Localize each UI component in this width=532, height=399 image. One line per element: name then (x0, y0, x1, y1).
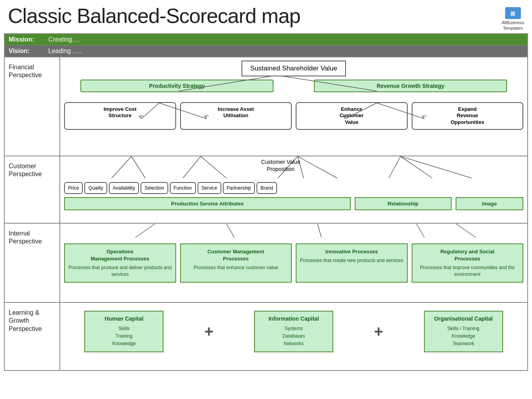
learning-perspective-row: Learning & Growth Perspective Human Capi… (5, 303, 527, 370)
price-box: Price (64, 182, 83, 194)
scorecard-container: Mission: Creating…. Vision: Leading ….. … (4, 33, 528, 371)
svg-line-16 (135, 224, 155, 238)
mission-value: Creating…. (48, 36, 80, 43)
human-capital-title: Human Capital (91, 315, 157, 322)
plus-sign-2: + (374, 323, 383, 340)
image-bar: Image (456, 197, 523, 210)
logo-text: AllBusinessTemplates (502, 20, 524, 31)
cust-title: Customer Management Processes (184, 248, 288, 262)
cust-desc: Processes that enhance customer value (184, 264, 288, 271)
strategy-headers-row: Productivity Strategy Revenue Growth Str… (64, 80, 523, 98)
internal-label: Internal Perspective (5, 224, 60, 302)
info-items: SystemsDatabasesNetworks (261, 325, 327, 348)
cvp-label: Customer Value Proposition (261, 158, 300, 173)
org-items: Skills / TrainingKnowledgeTeamwork (431, 325, 496, 348)
reg-box: Regulatory and Social Processes Processe… (412, 243, 524, 283)
svg-line-15 (401, 156, 472, 178)
brand-box: Brand (256, 182, 277, 194)
customer-perspective-row: Customer Perspective (5, 156, 527, 224)
shareholder-box: Sustained Shareholder Value (241, 61, 346, 76)
logo: AllBusinessTemplates (502, 7, 524, 31)
customer-content: Customer Value Proposition Price Quality… (60, 156, 527, 223)
reg-desc: Processes that improve communities and t… (416, 264, 520, 278)
expand-revenue-box: Expand Revenue Opportunities (412, 102, 524, 130)
process-boxes-row: Operations Management Processes Processe… (64, 239, 523, 287)
internal-content: Operations Management Processes Processe… (60, 224, 527, 302)
ops-desc: Processes that produce and deliver produ… (68, 264, 172, 278)
org-capital-title: Organisational Capital (431, 315, 496, 322)
svg-line-6 (112, 156, 131, 178)
mission-label: Mission: (9, 36, 40, 43)
innov-box: Innovative Processes Processes that crea… (296, 243, 408, 283)
financial-label: Financial Perspective (5, 57, 60, 156)
human-capital-box: Human Capital SkillsTrainingKnowledge (84, 311, 163, 353)
function-box: Function (170, 182, 196, 194)
internal-perspective-row: Internal Perspective Operations Manageme… (5, 224, 527, 303)
svg-line-18 (317, 224, 321, 238)
customer-label: Customer Perspective (5, 156, 60, 223)
bottom-bars-row: Production Service Attributes Relationsh… (64, 197, 523, 210)
learning-label: Learning & Growth Perspective (5, 303, 60, 370)
mission-row: Mission: Creating…. (5, 34, 527, 46)
info-capital-title: Information Capital (261, 315, 327, 322)
svg-line-19 (416, 224, 424, 238)
financial-perspective-row: Financial Perspective (5, 57, 527, 156)
svg-line-20 (456, 224, 476, 238)
page-header: Classic Balanced-Scorecard map AllBusine… (0, 0, 532, 33)
vision-value: Leading ….. (48, 48, 82, 55)
svg-line-7 (131, 156, 145, 178)
innov-desc: Processes that create new products and s… (300, 257, 404, 264)
capital-row: Human Capital SkillsTrainingKnowledge + … (64, 307, 523, 357)
org-capital-box: Organisational Capital Skills / Training… (424, 311, 503, 353)
reg-title: Regulatory and Social Processes (416, 248, 520, 262)
cust-mgmt-box: Customer Management Processes Processes … (180, 243, 292, 283)
increase-asset-box: Increase Asset Utilisation (180, 102, 292, 130)
page-title: Classic Balanced-Scorecard map (8, 4, 300, 28)
sub-strategy-row: Improve Cost Structure Increase Asset Ut… (64, 102, 523, 130)
svg-line-17 (226, 224, 234, 238)
revenue-strategy-box: Revenue Growth Strategy (314, 80, 507, 92)
ops-management-box: Operations Management Processes Processe… (64, 243, 176, 283)
production-service-bar: Production Service Attributes (64, 197, 351, 210)
service-box: Service (198, 182, 221, 194)
vision-row: Vision: Leading ….. (5, 46, 527, 57)
improve-cost-box: Improve Cost Structure (64, 102, 176, 130)
attributes-row: Price Quality Availability Selection Fun… (64, 182, 523, 194)
info-capital-box: Information Capital SystemsDatabasesNetw… (254, 311, 333, 353)
svg-line-12 (298, 156, 337, 178)
relationship-bar: Relationship (355, 197, 452, 210)
svg-line-13 (389, 156, 401, 178)
svg-line-9 (201, 156, 226, 178)
quality-box: Quality (84, 182, 107, 194)
productivity-strategy-box: Productivity Strategy (80, 80, 273, 92)
vision-label: Vision: (9, 48, 40, 55)
financial-content: Sustained Shareholder Value Productivity… (60, 57, 527, 156)
availability-box: Availability (109, 182, 139, 194)
innov-title: Innovative Processes (300, 248, 404, 255)
svg-line-8 (183, 156, 201, 178)
plus-sign-1: + (204, 323, 213, 340)
human-skill: SkillsTrainingKnowledge (91, 325, 157, 348)
logo-icon (505, 7, 521, 19)
enhance-customer-box: Enhance Customer Value (296, 102, 408, 130)
ops-title: Operations Management Processes (68, 248, 172, 262)
learning-content: Human Capital SkillsTrainingKnowledge + … (60, 303, 527, 370)
svg-line-14 (401, 156, 432, 178)
selection-box: Selection (141, 182, 168, 194)
shareholder-row: Sustained Shareholder Value (64, 61, 523, 76)
partnership-box: Partnership (223, 182, 255, 194)
